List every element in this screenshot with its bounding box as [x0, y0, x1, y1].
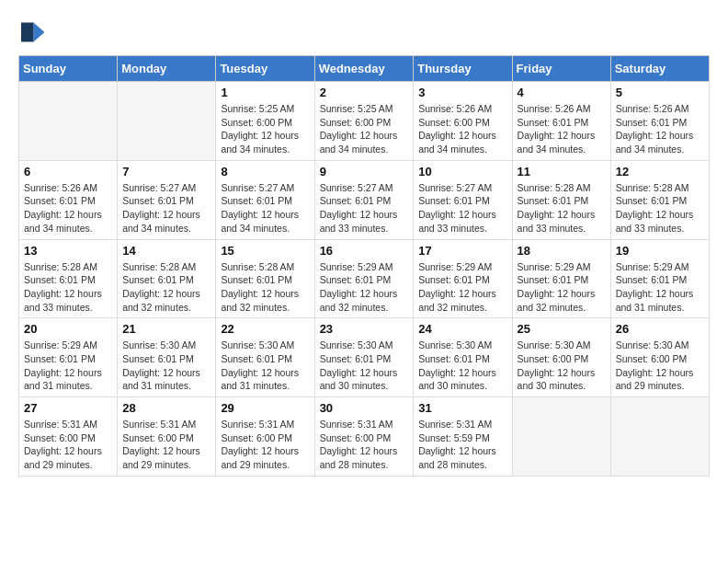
calendar-cell: [512, 397, 610, 477]
day-number: 16: [320, 244, 409, 258]
day-number: 13: [24, 244, 112, 258]
day-info: Sunrise: 5:27 AMSunset: 6:01 PMDaylight:…: [418, 181, 506, 236]
day-number: 30: [320, 401, 409, 415]
day-number: 15: [221, 244, 309, 258]
calendar-cell: 24Sunrise: 5:30 AMSunset: 6:01 PMDayligh…: [414, 318, 512, 397]
week-row-5: 27Sunrise: 5:31 AMSunset: 6:00 PMDayligh…: [19, 397, 710, 477]
day-number: 22: [221, 322, 309, 336]
day-number: 8: [221, 165, 309, 178]
day-info: Sunrise: 5:30 AMSunset: 6:00 PMDaylight:…: [518, 339, 606, 393]
day-number: 4: [518, 86, 606, 99]
calendar-cell: 30Sunrise: 5:31 AMSunset: 6:00 PMDayligh…: [314, 397, 414, 477]
calendar-cell: 20Sunrise: 5:29 AMSunset: 6:01 PMDayligh…: [19, 318, 118, 397]
day-info: Sunrise: 5:28 AMSunset: 6:01 PMDaylight:…: [221, 260, 309, 315]
day-info: Sunrise: 5:27 AMSunset: 6:01 PMDaylight:…: [320, 181, 409, 236]
calendar-cell: 22Sunrise: 5:30 AMSunset: 6:01 PMDayligh…: [216, 318, 314, 397]
page-header: [18, 18, 710, 46]
day-number: 28: [122, 401, 210, 415]
calendar-cell: 13Sunrise: 5:28 AMSunset: 6:01 PMDayligh…: [19, 239, 118, 318]
day-info: Sunrise: 5:28 AMSunset: 6:01 PMDaylight:…: [616, 181, 704, 236]
day-number: 23: [320, 322, 409, 336]
weekday-header-sunday: Sunday: [19, 56, 118, 82]
calendar-cell: 23Sunrise: 5:30 AMSunset: 6:01 PMDayligh…: [314, 318, 414, 397]
weekday-header-row: SundayMondayTuesdayWednesdayThursdayFrid…: [19, 56, 710, 82]
calendar-cell: 26Sunrise: 5:30 AMSunset: 6:00 PMDayligh…: [610, 318, 709, 397]
day-number: 27: [24, 401, 112, 415]
day-info: Sunrise: 5:29 AMSunset: 6:01 PMDaylight:…: [518, 260, 606, 315]
day-info: Sunrise: 5:26 AMSunset: 6:01 PMDaylight:…: [24, 181, 112, 236]
day-info: Sunrise: 5:30 AMSunset: 6:01 PMDaylight:…: [418, 339, 506, 393]
calendar-cell: 12Sunrise: 5:28 AMSunset: 6:01 PMDayligh…: [610, 160, 709, 239]
calendar-header: SundayMondayTuesdayWednesdayThursdayFrid…: [19, 56, 710, 82]
day-info: Sunrise: 5:27 AMSunset: 6:01 PMDaylight:…: [122, 181, 210, 236]
calendar-cell: 17Sunrise: 5:29 AMSunset: 6:01 PMDayligh…: [414, 239, 512, 318]
calendar-cell: 2Sunrise: 5:25 AMSunset: 6:00 PMDaylight…: [314, 82, 414, 161]
week-row-1: 1Sunrise: 5:25 AMSunset: 6:00 PMDaylight…: [19, 82, 710, 161]
day-number: 25: [518, 322, 606, 336]
day-info: Sunrise: 5:28 AMSunset: 6:01 PMDaylight:…: [24, 260, 112, 315]
day-number: 21: [122, 322, 210, 336]
day-number: 17: [418, 244, 506, 258]
calendar-cell: 18Sunrise: 5:29 AMSunset: 6:01 PMDayligh…: [512, 239, 610, 318]
calendar-cell: 14Sunrise: 5:28 AMSunset: 6:01 PMDayligh…: [118, 239, 216, 318]
calendar-cell: [610, 397, 709, 477]
day-info: Sunrise: 5:26 AMSunset: 6:01 PMDaylight:…: [518, 102, 606, 156]
weekday-header-saturday: Saturday: [610, 56, 709, 82]
weekday-header-thursday: Thursday: [414, 56, 512, 82]
day-info: Sunrise: 5:29 AMSunset: 6:01 PMDaylight:…: [320, 260, 409, 315]
logo-icon: [18, 18, 46, 46]
day-info: Sunrise: 5:30 AMSunset: 6:01 PMDaylight:…: [221, 339, 309, 393]
calendar-table: SundayMondayTuesdayWednesdayThursdayFrid…: [18, 55, 710, 477]
day-info: Sunrise: 5:31 AMSunset: 6:00 PMDaylight:…: [122, 418, 210, 472]
day-number: 2: [320, 86, 409, 99]
calendar-cell: 16Sunrise: 5:29 AMSunset: 6:01 PMDayligh…: [314, 239, 414, 318]
day-number: 18: [518, 244, 606, 258]
day-number: 3: [418, 86, 506, 99]
logo: [18, 18, 50, 46]
calendar-cell: 9Sunrise: 5:27 AMSunset: 6:01 PMDaylight…: [314, 160, 414, 239]
calendar-cell: 1Sunrise: 5:25 AMSunset: 6:00 PMDaylight…: [216, 82, 314, 161]
day-info: Sunrise: 5:31 AMSunset: 5:59 PMDaylight:…: [418, 418, 506, 472]
calendar-cell: 31Sunrise: 5:31 AMSunset: 5:59 PMDayligh…: [414, 397, 512, 477]
day-number: 19: [616, 244, 704, 258]
day-number: 1: [221, 86, 309, 99]
svg-marker-0: [34, 23, 45, 42]
calendar-cell: 8Sunrise: 5:27 AMSunset: 6:01 PMDaylight…: [216, 160, 314, 239]
day-info: Sunrise: 5:30 AMSunset: 6:01 PMDaylight:…: [320, 339, 409, 393]
day-info: Sunrise: 5:27 AMSunset: 6:01 PMDaylight:…: [221, 181, 309, 236]
calendar-cell: 21Sunrise: 5:30 AMSunset: 6:01 PMDayligh…: [118, 318, 216, 397]
day-number: 24: [418, 322, 506, 336]
day-info: Sunrise: 5:26 AMSunset: 6:01 PMDaylight:…: [616, 102, 704, 156]
day-info: Sunrise: 5:31 AMSunset: 6:00 PMDaylight:…: [221, 418, 309, 472]
day-info: Sunrise: 5:30 AMSunset: 6:01 PMDaylight:…: [122, 339, 210, 393]
weekday-header-wednesday: Wednesday: [314, 56, 414, 82]
day-info: Sunrise: 5:29 AMSunset: 6:01 PMDaylight:…: [418, 260, 506, 315]
day-info: Sunrise: 5:31 AMSunset: 6:00 PMDaylight:…: [24, 418, 112, 472]
day-info: Sunrise: 5:25 AMSunset: 6:00 PMDaylight:…: [221, 102, 309, 156]
calendar-cell: 11Sunrise: 5:28 AMSunset: 6:01 PMDayligh…: [512, 160, 610, 239]
calendar-cell: 28Sunrise: 5:31 AMSunset: 6:00 PMDayligh…: [118, 397, 216, 477]
day-number: 20: [24, 322, 112, 336]
calendar-cell: 7Sunrise: 5:27 AMSunset: 6:01 PMDaylight…: [118, 160, 216, 239]
day-info: Sunrise: 5:25 AMSunset: 6:00 PMDaylight:…: [320, 102, 409, 156]
calendar-cell: [19, 82, 118, 161]
day-number: 10: [418, 165, 506, 178]
day-info: Sunrise: 5:31 AMSunset: 6:00 PMDaylight:…: [320, 418, 409, 472]
calendar-body: 1Sunrise: 5:25 AMSunset: 6:00 PMDaylight…: [19, 82, 710, 477]
day-info: Sunrise: 5:28 AMSunset: 6:01 PMDaylight:…: [518, 181, 606, 236]
day-info: Sunrise: 5:28 AMSunset: 6:01 PMDaylight:…: [122, 260, 210, 315]
calendar-cell: 15Sunrise: 5:28 AMSunset: 6:01 PMDayligh…: [216, 239, 314, 318]
weekday-header-tuesday: Tuesday: [216, 56, 314, 82]
weekday-header-friday: Friday: [512, 56, 610, 82]
day-number: 12: [616, 165, 704, 178]
day-number: 5: [616, 86, 704, 99]
calendar-cell: 27Sunrise: 5:31 AMSunset: 6:00 PMDayligh…: [19, 397, 118, 477]
svg-rect-1: [21, 23, 34, 42]
calendar-cell: 4Sunrise: 5:26 AMSunset: 6:01 PMDaylight…: [512, 82, 610, 161]
day-number: 9: [320, 165, 409, 178]
day-number: 26: [616, 322, 704, 336]
day-number: 11: [518, 165, 606, 178]
day-number: 14: [122, 244, 210, 258]
calendar-cell: 5Sunrise: 5:26 AMSunset: 6:01 PMDaylight…: [610, 82, 709, 161]
calendar-cell: 29Sunrise: 5:31 AMSunset: 6:00 PMDayligh…: [216, 397, 314, 477]
